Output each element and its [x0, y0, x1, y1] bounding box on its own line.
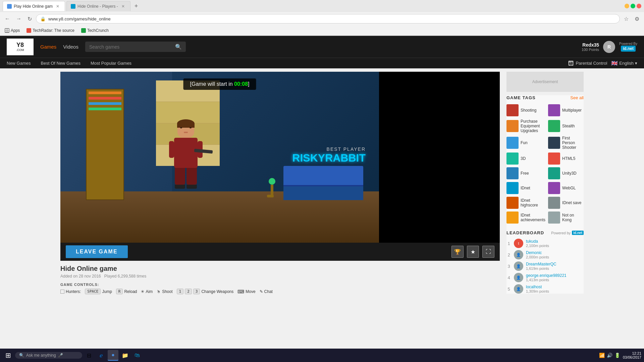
- tag-item-6[interactable]: 3D: [506, 153, 545, 165]
- extensions-button[interactable]: ⚙: [633, 14, 641, 23]
- lb-name-3[interactable]: george.enrique989221: [526, 273, 567, 278]
- tag-item-7[interactable]: HTML5: [548, 153, 584, 165]
- tag-item-2[interactable]: Purchase Equipment Upgrades: [506, 119, 545, 133]
- nav-videos[interactable]: Videos: [63, 44, 78, 50]
- refresh-button[interactable]: ↻: [25, 14, 34, 23]
- tag-item-8[interactable]: Free: [506, 167, 545, 179]
- tab-favicon-1: [7, 4, 12, 9]
- nav-games[interactable]: Games: [40, 44, 56, 50]
- user-avatar[interactable]: R: [603, 41, 615, 53]
- browser-tab-1[interactable]: Play Hide Online gam ✕: [3, 1, 65, 11]
- address-bar[interactable]: 🔒 www.y8.com/games/hide_online: [36, 14, 620, 23]
- battery-icon[interactable]: 🔋: [614, 353, 620, 358]
- subnav-new-games[interactable]: New Games: [7, 61, 31, 66]
- bookmark-apps[interactable]: Apps: [3, 27, 22, 34]
- game-tags-title: GAME TAGS: [506, 95, 536, 100]
- game-player[interactable]: [Game will start in 00:08] BEST PLAYER R…: [60, 72, 500, 261]
- bookmark-button[interactable]: ☆: [622, 14, 631, 23]
- browser-tab-2[interactable]: Hide Online - Players - ✕: [66, 1, 130, 11]
- lb-name-2[interactable]: DreamMasterQC: [526, 262, 556, 266]
- idnet-logo[interactable]: id.net: [621, 46, 636, 52]
- tag-name-2: Purchase Equipment Upgrades: [521, 119, 545, 133]
- tag-item-14[interactable]: IDnet achievements: [506, 212, 545, 224]
- leave-game-button[interactable]: LEAVE GAME: [66, 245, 128, 258]
- tag-thumb-15: [548, 212, 560, 224]
- controls-label: GAME CONTROLS:: [60, 283, 500, 287]
- taskbar-time: 12:21 03/06/2017: [623, 351, 641, 359]
- leaderboard-item-1: 2 👤 Demonic 2,000m points: [506, 250, 584, 259]
- tag-item-0[interactable]: Shooting: [506, 104, 545, 116]
- leaderboard-item-3: 4 👤 george.enrique989221 1,413m points: [506, 273, 584, 282]
- best-player-label: BEST PLAYER: [292, 146, 366, 152]
- star-icon-button[interactable]: ★: [467, 246, 479, 258]
- taskbar-edge[interactable]: ℯ: [96, 350, 106, 361]
- tag-thumb-14: [506, 212, 519, 224]
- tag-name-15: Not on Kong: [562, 213, 584, 222]
- tag-name-0: Shooting: [521, 108, 536, 113]
- tag-item-10[interactable]: IDnet: [506, 182, 545, 194]
- language-selector[interactable]: 🇬🇧 English ▾: [611, 60, 637, 66]
- lb-name-4[interactable]: localhost: [526, 285, 549, 289]
- search-input[interactable]: [89, 44, 172, 50]
- taskbar-search[interactable]: 🔍 Ask me anything 🎤: [15, 352, 82, 359]
- tag-item-4[interactable]: Fun: [506, 136, 545, 150]
- network-icon[interactable]: 📶: [599, 353, 605, 358]
- close-button[interactable]: [637, 4, 641, 8]
- lb-points-3: 1,413m points: [526, 278, 567, 282]
- tab-close-2[interactable]: ✕: [120, 3, 126, 9]
- move-icon: ⌨: [237, 289, 244, 294]
- bookmark-techcrunch[interactable]: TechCrunch: [79, 27, 111, 34]
- tab-title-2: Hide Online - Players -: [77, 4, 118, 9]
- hunters-checkbox[interactable]: [60, 290, 64, 294]
- tag-item-13[interactable]: IDnet save: [548, 197, 584, 209]
- taskbar-store[interactable]: 🛍: [132, 350, 143, 361]
- taskbar-task-view[interactable]: ⊟: [84, 350, 94, 361]
- char-body: [174, 138, 198, 168]
- fullscreen-icon-button[interactable]: ⛶: [482, 246, 494, 258]
- tag-item-9[interactable]: Unity3D: [548, 167, 584, 179]
- tag-thumb-1: [548, 104, 560, 116]
- search-bar[interactable]: 🔍: [85, 42, 186, 52]
- game-canvas[interactable]: [Game will start in 00:08] BEST PLAYER R…: [60, 72, 379, 243]
- minimize-button[interactable]: [625, 4, 629, 8]
- space-key: SPACE: [85, 289, 101, 294]
- y8-logo[interactable]: Y8 .COM: [7, 39, 34, 55]
- parental-icon: 👨‍👩‍👧: [568, 61, 574, 66]
- tag-item-11[interactable]: WebGL: [548, 182, 584, 194]
- taskbar-chrome[interactable]: ●: [108, 350, 118, 361]
- new-tab-button[interactable]: +: [132, 3, 141, 10]
- lb-rank-4: 5: [506, 287, 511, 292]
- tag-item-3[interactable]: Stealth: [548, 119, 584, 133]
- maximize-button[interactable]: [631, 4, 635, 8]
- user-info: Redx35 100 Points: [582, 42, 599, 52]
- start-button[interactable]: ⊞: [3, 350, 14, 361]
- taskbar-files[interactable]: 📁: [120, 350, 130, 361]
- volume-icon[interactable]: 🔊: [607, 353, 612, 358]
- tag-thumb-7: [548, 153, 560, 165]
- see-all-link[interactable]: See all: [570, 95, 584, 100]
- search-button[interactable]: 🔍: [175, 44, 182, 50]
- tab-close-1[interactable]: ✕: [55, 3, 61, 9]
- subnav-best-of-new[interactable]: Best Of New Games: [41, 61, 80, 66]
- tag-item-15[interactable]: Not on Kong: [548, 212, 584, 224]
- tag-item-12[interactable]: IDnet highscore: [506, 197, 545, 209]
- back-button[interactable]: ←: [3, 14, 12, 23]
- address-text: www.y8.com/games/hide_online: [48, 16, 111, 21]
- char-hair: [177, 119, 195, 128]
- subnav-most-popular[interactable]: Most Popular Games: [91, 61, 131, 66]
- trophy-icon-button[interactable]: 🏆: [451, 246, 464, 258]
- lb-name-1[interactable]: Demonic: [526, 250, 549, 255]
- best-player-name: RISKYRABBIT: [292, 152, 366, 164]
- bookmark-techradar[interactable]: TechRadar: The source: [24, 27, 76, 34]
- aim-icon: ✳: [141, 289, 144, 294]
- tag-item-1[interactable]: Multiplayer: [548, 104, 584, 116]
- game-timer: 00:08: [234, 81, 248, 87]
- tag-item-5[interactable]: First Person Shooter: [548, 136, 584, 150]
- tag-thumb-11: [548, 182, 560, 194]
- forward-button[interactable]: →: [14, 14, 23, 23]
- search-mic-icon: 🔍: [19, 353, 24, 358]
- tag-thumb-0: [506, 104, 519, 116]
- lb-name-0[interactable]: tukuda: [526, 239, 549, 244]
- parental-control[interactable]: 👨‍👩‍👧 Parental Control: [568, 61, 607, 66]
- logo-text: Y8: [16, 42, 24, 49]
